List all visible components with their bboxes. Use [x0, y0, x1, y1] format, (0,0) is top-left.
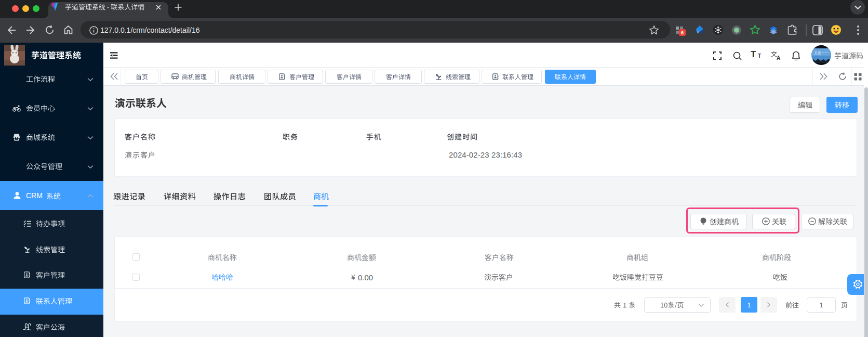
- svg-text:6: 6: [681, 30, 684, 35]
- svg-text:又要一一: 又要一一: [814, 51, 829, 55]
